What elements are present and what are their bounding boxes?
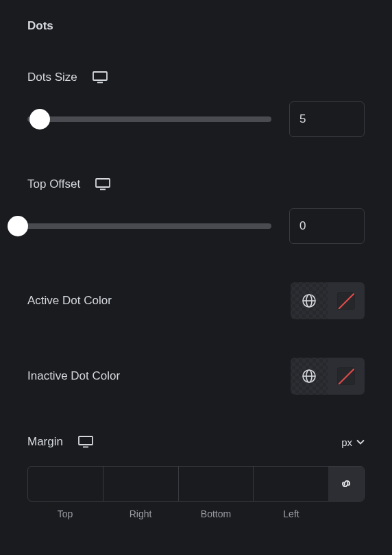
active-color-picker[interactable] — [328, 282, 365, 319]
margin-caption-bottom: Bottom — [178, 508, 254, 519]
no-color-icon — [337, 292, 355, 310]
top-offset-slider[interactable] — [18, 223, 271, 229]
margin-label: Margin — [27, 435, 63, 449]
link-icon — [339, 477, 353, 491]
desktop-icon[interactable] — [77, 433, 95, 451]
active-color-global-button[interactable] — [291, 282, 328, 319]
desktop-icon[interactable] — [91, 69, 109, 86]
margin-caption-top: Top — [27, 508, 103, 519]
no-color-icon — [337, 367, 355, 385]
margin-control: Margin px Top Right — [27, 433, 365, 519]
active-dot-color-row: Active Dot Color — [27, 282, 365, 319]
dots-size-label: Dots Size — [27, 71, 77, 84]
svg-rect-1 — [97, 82, 103, 84]
svg-rect-11 — [83, 447, 88, 448]
margin-top-input[interactable] — [28, 467, 103, 501]
svg-rect-10 — [79, 436, 93, 445]
inactive-color-picker[interactable] — [328, 358, 365, 395]
dots-size-slider-thumb[interactable] — [29, 109, 50, 130]
margin-caption-right: Right — [103, 508, 178, 519]
inactive-dot-color-row: Inactive Dot Color — [27, 358, 365, 395]
section-title: Dots — [27, 19, 365, 33]
margin-link-button[interactable] — [328, 467, 364, 501]
svg-rect-2 — [96, 179, 110, 187]
desktop-icon[interactable] — [94, 175, 112, 193]
margin-bottom-input[interactable] — [179, 467, 254, 501]
chevron-down-icon — [356, 439, 365, 445]
active-dot-color-label: Active Dot Color — [27, 294, 112, 308]
svg-rect-0 — [93, 72, 107, 80]
dots-size-slider[interactable] — [27, 116, 271, 122]
svg-rect-3 — [100, 189, 106, 190]
margin-unit-value: px — [341, 436, 352, 448]
margin-caption-left: Left — [254, 508, 329, 519]
inactive-dot-color-label: Inactive Dot Color — [27, 369, 120, 383]
top-offset-control: Top Offset — [27, 175, 365, 244]
margin-unit-dropdown[interactable]: px — [341, 436, 365, 448]
top-offset-input[interactable] — [289, 208, 365, 244]
dots-size-input[interactable] — [289, 101, 365, 137]
top-offset-slider-thumb[interactable] — [8, 216, 28, 236]
dots-size-control: Dots Size — [27, 69, 365, 137]
margin-right-input[interactable] — [103, 467, 179, 501]
top-offset-label: Top Offset — [27, 177, 80, 191]
margin-left-input[interactable] — [254, 467, 328, 501]
inactive-color-global-button[interactable] — [291, 358, 328, 395]
